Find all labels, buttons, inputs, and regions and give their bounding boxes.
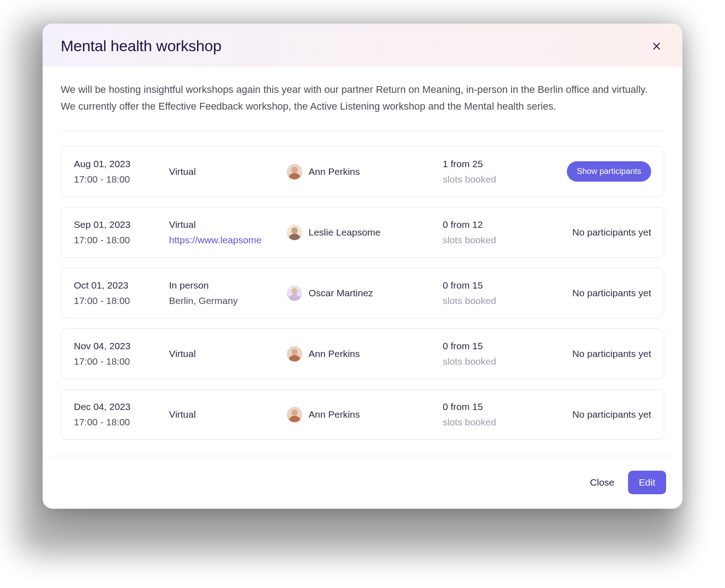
session-action-col: No participants yet: [556, 409, 651, 420]
session-slots: 0 from 15: [443, 401, 551, 412]
no-participants-label: No participants yet: [572, 288, 651, 298]
no-participants-label: No participants yet: [572, 227, 651, 237]
session-time: 17:00 - 18:00: [74, 295, 164, 306]
session-row: Oct 01, 202317:00 - 18:00In personBerlin…: [61, 268, 664, 318]
session-host-name: Leslie Leapsome: [309, 227, 381, 238]
session-host-col: Leslie Leapsome: [287, 225, 438, 240]
session-location-col: Virtual: [169, 166, 282, 177]
session-host-col: Oscar Martinez: [287, 285, 438, 301]
session-host-name: Ann Perkins: [309, 348, 360, 359]
session-mode: Virtual: [169, 409, 282, 420]
session-slots-col: 1 from 25slots booked: [443, 159, 551, 185]
session-time: 17:00 - 18:00: [74, 235, 164, 246]
session-slots: 1 from 25: [443, 159, 551, 169]
edit-button[interactable]: Edit: [628, 471, 666, 494]
session-host-name: Ann Perkins: [309, 166, 360, 177]
session-mode: Virtual: [169, 219, 282, 230]
session-location-col: Virtualhttps://www.leapsome: [169, 219, 282, 246]
session-slots: 0 from 12: [443, 219, 551, 230]
session-time: 17:00 - 18:00: [74, 174, 164, 185]
session-row: Nov 04, 202317:00 - 18:00VirtualAnn Perk…: [61, 328, 664, 379]
session-action-col: No participants yet: [556, 288, 651, 299]
workshop-modal: Mental health workshop We will be hostin…: [43, 24, 682, 509]
session-slots-label: slots booked: [443, 295, 551, 306]
session-slots-col: 0 from 15slots booked: [443, 280, 551, 306]
session-row: Sep 01, 202317:00 - 18:00Virtualhttps://…: [61, 207, 664, 258]
session-time: 17:00 - 18:00: [74, 356, 164, 367]
session-slots-label: slots booked: [443, 417, 551, 428]
session-slots: 0 from 15: [443, 280, 551, 291]
session-date: Aug 01, 2023: [74, 159, 164, 169]
session-slots-label: slots booked: [443, 174, 551, 185]
session-date: Sep 01, 2023: [74, 219, 164, 230]
session-location-col: In personBerlin, Germany: [169, 280, 282, 306]
session-link[interactable]: https://www.leapsome: [169, 235, 269, 246]
session-host-col: Ann Perkins: [287, 346, 438, 361]
session-slots-col: 0 from 15slots booked: [443, 401, 551, 428]
modal-body: We will be hosting insightful workshops …: [43, 67, 682, 459]
no-participants-label: No participants yet: [572, 348, 651, 359]
session-date-col: Nov 04, 202317:00 - 18:00: [74, 341, 164, 367]
no-participants-label: No participants yet: [572, 409, 651, 419]
session-date-col: Oct 01, 202317:00 - 18:00: [74, 280, 164, 306]
avatar: [287, 285, 302, 301]
session-location-detail: Berlin, Germany: [169, 295, 269, 306]
avatar: [287, 346, 302, 361]
session-slots-col: 0 from 15slots booked: [443, 341, 551, 367]
session-action-col: Show participants: [556, 161, 651, 182]
sessions-list: Aug 01, 202317:00 - 18:00VirtualAnn Perk…: [61, 146, 664, 440]
avatar: [287, 225, 302, 240]
session-host-name: Oscar Martinez: [309, 288, 373, 299]
close-button[interactable]: Close: [587, 472, 617, 492]
session-slots-col: 0 from 12slots booked: [443, 219, 551, 246]
session-host-col: Ann Perkins: [287, 164, 438, 179]
session-location-col: Virtual: [169, 348, 282, 359]
session-slots-label: slots booked: [443, 356, 551, 367]
session-slots: 0 from 15: [443, 341, 551, 352]
session-slots-label: slots booked: [443, 235, 551, 246]
session-mode: Virtual: [169, 348, 282, 359]
session-action-col: No participants yet: [556, 227, 651, 238]
session-date-col: Aug 01, 202317:00 - 18:00: [74, 159, 164, 185]
session-host-col: Ann Perkins: [287, 407, 438, 422]
close-icon[interactable]: [649, 39, 664, 54]
session-mode: Virtual: [169, 166, 282, 177]
modal-title: Mental health workshop: [61, 37, 222, 55]
session-row: Dec 04, 202317:00 - 18:00VirtualAnn Perk…: [61, 389, 664, 440]
session-location-col: Virtual: [169, 409, 282, 420]
session-host-name: Ann Perkins: [309, 409, 360, 420]
session-date-col: Dec 04, 202317:00 - 18:00: [74, 401, 164, 428]
session-date-col: Sep 01, 202317:00 - 18:00: [74, 219, 164, 246]
session-row: Aug 01, 202317:00 - 18:00VirtualAnn Perk…: [61, 146, 664, 197]
session-date: Nov 04, 2023: [74, 341, 164, 352]
session-date: Oct 01, 2023: [74, 280, 164, 291]
avatar: [287, 407, 302, 422]
session-date: Dec 04, 2023: [74, 401, 164, 412]
session-action-col: No participants yet: [556, 348, 651, 359]
show-participants-button[interactable]: Show participants: [567, 161, 651, 182]
session-time: 17:00 - 18:00: [74, 417, 164, 428]
modal-description: We will be hosting insightful workshops …: [61, 81, 664, 131]
avatar: [287, 164, 302, 179]
modal-footer: Close Edit: [43, 459, 682, 509]
session-mode: In person: [169, 280, 282, 291]
modal-header: Mental health workshop: [43, 24, 682, 67]
